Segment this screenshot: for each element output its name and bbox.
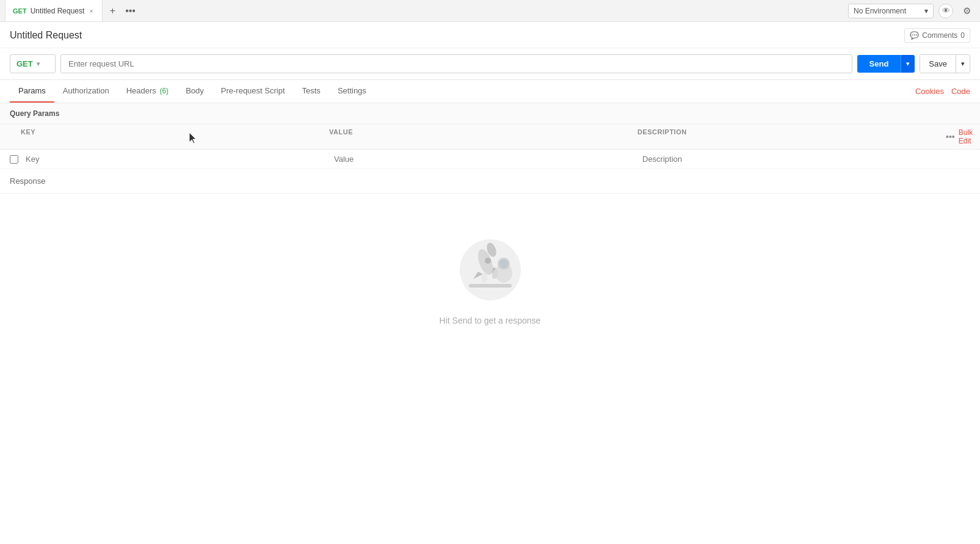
- tab-pre-request-script[interactable]: Pre-request Script: [212, 80, 294, 103]
- comments-label: Comments: [922, 31, 957, 40]
- query-params-section-title: Query Params: [0, 103, 980, 125]
- env-chevron-icon: ▾: [924, 7, 928, 15]
- svg-point-11: [481, 273, 487, 283]
- value-column-header: VALUE: [329, 128, 637, 145]
- params-table-header: KEY VALUE DESCRIPTION ••• Bulk Edit: [0, 125, 980, 150]
- tab-right-links: Cookies Code: [915, 87, 970, 96]
- svg-point-8: [499, 259, 508, 268]
- rocket-illustration: [454, 230, 527, 303]
- tab-params-label: Params: [18, 86, 46, 95]
- tab-area: GET Untitled Request × + •••: [5, 0, 143, 21]
- tab-method-badge: GET: [13, 7, 27, 15]
- tab-settings-label: Settings: [338, 86, 366, 95]
- row-checkbox[interactable]: [10, 155, 18, 164]
- send-button[interactable]: Send: [857, 55, 901, 73]
- tab-headers[interactable]: Headers (6): [118, 80, 177, 103]
- response-section-title: Response: [0, 169, 980, 194]
- tab-tests-label: Tests: [302, 86, 321, 95]
- tab-authorization[interactable]: Authorization: [54, 80, 118, 103]
- bulk-edit-link[interactable]: Bulk Edit: [959, 128, 973, 145]
- page-title: Untitled Request: [10, 30, 82, 41]
- headers-badge: (6): [159, 87, 169, 95]
- url-input[interactable]: [60, 54, 852, 73]
- save-dropdown-button[interactable]: ▾: [956, 55, 970, 73]
- gear-icon: ⚙: [963, 5, 971, 16]
- description-column-header: DESCRIPTION: [637, 128, 946, 145]
- tab-close-button[interactable]: ×: [88, 6, 94, 16]
- comments-count: 0: [960, 31, 965, 40]
- tab-body[interactable]: Body: [177, 80, 212, 103]
- eye-icon-button[interactable]: 👁: [938, 4, 953, 18]
- new-tab-button[interactable]: +: [107, 4, 118, 18]
- request-tabs: Params Authorization Headers (6) Body Pr…: [0, 80, 980, 103]
- env-label: No Environment: [854, 7, 906, 15]
- more-options-icon[interactable]: •••: [946, 132, 955, 142]
- params-table: KEY VALUE DESCRIPTION ••• Bulk Edit: [0, 125, 980, 169]
- table-row: [0, 150, 980, 169]
- tab-actions: + •••: [103, 4, 143, 18]
- tab-title: Untitled Request: [31, 7, 85, 15]
- url-bar: GET ▾ Send ▾ Save ▾: [0, 48, 980, 80]
- key-column-header: KEY: [21, 128, 329, 145]
- cookies-link[interactable]: Cookies: [915, 87, 944, 96]
- eye-icon: 👁: [942, 6, 950, 15]
- tab-authorization-label: Authorization: [63, 86, 109, 95]
- send-dropdown-button[interactable]: ▾: [901, 55, 915, 73]
- tab-settings[interactable]: Settings: [329, 80, 375, 103]
- more-options-button[interactable]: •••: [123, 4, 138, 18]
- save-button[interactable]: Save: [920, 55, 956, 73]
- environment-selector[interactable]: No Environment ▾: [848, 4, 934, 18]
- tab-body-label: Body: [186, 86, 204, 95]
- send-button-group: Send ▾: [857, 55, 915, 73]
- method-chevron-icon: ▾: [37, 60, 40, 67]
- method-label: GET: [16, 59, 33, 68]
- tab-tests[interactable]: Tests: [294, 80, 329, 103]
- tab-prerequest-label: Pre-request Script: [221, 86, 285, 95]
- method-dropdown[interactable]: GET ▾: [10, 54, 56, 73]
- tab-params[interactable]: Params: [10, 80, 54, 103]
- value-input[interactable]: [329, 152, 637, 166]
- svg-rect-10: [469, 284, 512, 288]
- empty-state: Hit Send to get a response: [0, 194, 980, 350]
- top-right-area: No Environment ▾ 👁 ⚙: [848, 2, 975, 20]
- comments-button[interactable]: 💬 Comments 0: [904, 28, 970, 43]
- tab-headers-label: Headers: [126, 86, 156, 95]
- request-tab[interactable]: GET Untitled Request ×: [5, 0, 103, 21]
- top-bar: GET Untitled Request × + ••• No Environm…: [0, 0, 980, 22]
- request-title-bar: Untitled Request 💬 Comments 0: [0, 22, 980, 48]
- settings-icon-button[interactable]: ⚙: [958, 2, 975, 20]
- comment-icon: 💬: [910, 31, 919, 40]
- svg-point-3: [485, 258, 491, 264]
- empty-state-message: Hit Send to get a response: [440, 316, 541, 325]
- save-button-group: Save ▾: [920, 54, 970, 73]
- key-input[interactable]: [21, 152, 329, 166]
- description-input[interactable]: [637, 152, 946, 166]
- code-link[interactable]: Code: [951, 87, 970, 96]
